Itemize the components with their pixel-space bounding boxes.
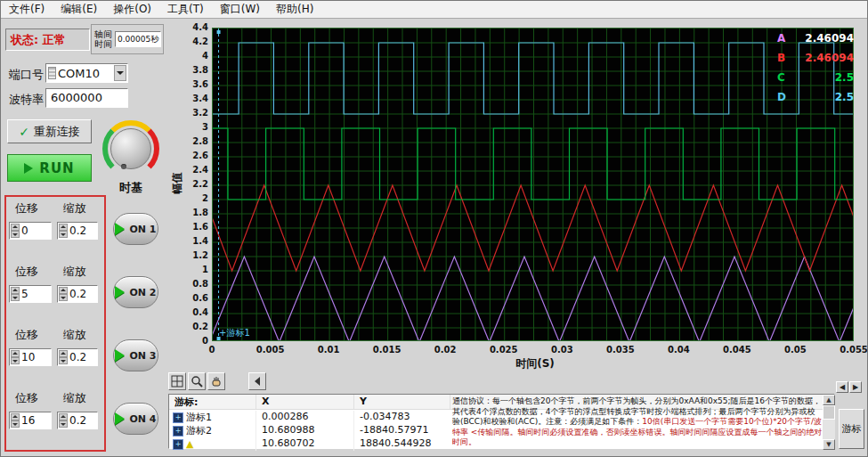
- visa-io-icon: [48, 67, 56, 79]
- scale-input-1[interactable]: 0.2: [57, 222, 98, 240]
- legend-scroll: ◀ ▶: [836, 381, 862, 393]
- cursor-panel-button[interactable]: 游标: [839, 409, 864, 449]
- chevron-down-icon[interactable]: [114, 65, 126, 81]
- play-icon: [24, 163, 33, 174]
- play-icon: [115, 412, 125, 425]
- spinner-icon[interactable]: [59, 413, 68, 428]
- protocol-scrollbar: ▲ ▼: [823, 395, 835, 450]
- scroll-down-button[interactable]: ▼: [823, 439, 835, 450]
- cursor-table-row[interactable]: + 游标2 10.680988 -18840.57971: [169, 424, 450, 437]
- play-icon: [115, 349, 125, 362]
- scale-input-2[interactable]: 0.2: [57, 285, 98, 303]
- cursor-table-row[interactable]: + ▲ 10.680702 18840.544928: [169, 437, 450, 451]
- scale-input-4[interactable]: 0.2: [57, 412, 98, 429]
- scale-label-1: 缩放: [63, 200, 86, 216]
- on-label-3: ON 3: [129, 350, 156, 362]
- y-tick-label: 4.2: [182, 37, 208, 46]
- series-D: [212, 43, 854, 114]
- x-tick-label: 0.025: [484, 345, 523, 355]
- on-button-4[interactable]: ON 4: [113, 403, 158, 435]
- spinner-icon[interactable]: [11, 350, 20, 364]
- spinner-icon[interactable]: [11, 287, 20, 301]
- legend-item-B[interactable]: B2.46094: [777, 49, 854, 67]
- on-button-3[interactable]: ON 3: [113, 339, 158, 371]
- knob-face[interactable]: [110, 128, 151, 169]
- run-button[interactable]: RUN: [7, 154, 92, 182]
- zoom-tool-button[interactable]: [188, 372, 206, 390]
- scale-input-3[interactable]: 0.2: [57, 348, 98, 366]
- scrollbar-thumb[interactable]: [823, 405, 835, 420]
- scale-label-4: 缩放: [63, 390, 86, 406]
- x-tick-label: 0: [192, 345, 231, 355]
- y-tick-label: 3.2: [182, 108, 208, 118]
- scale-value-4: 0.2: [69, 414, 86, 427]
- cursor-name: ▲: [186, 438, 193, 450]
- cursor-x-value: 0.000286: [256, 411, 354, 424]
- legend-series-value: 2.5: [835, 91, 854, 103]
- cursor-style-icon[interactable]: +: [173, 439, 183, 450]
- reconnect-button[interactable]: ✓ 重新连接: [7, 119, 92, 143]
- y-tick-label: 0.4: [182, 307, 208, 317]
- displacement-value-2: 5: [21, 288, 28, 300]
- y-tick-label: 4: [182, 51, 208, 61]
- y-tick-label: 2.6: [182, 151, 208, 160]
- spinner-icon[interactable]: [59, 224, 68, 238]
- displacement-input-3[interactable]: 10: [9, 348, 52, 366]
- legend-item-D[interactable]: D2.5: [777, 88, 854, 106]
- scale-value-2: 0.2: [69, 288, 86, 300]
- play-icon: [115, 286, 125, 298]
- protocol-note: 通信协议：每一个轴包含20个字节，前两个字节为帧头，分别为0xAA和0x55;随…: [452, 396, 823, 448]
- y-tick-label: 4.4: [182, 22, 208, 32]
- cursor-y-value: 18840.544928: [354, 437, 450, 451]
- cursor-style-icon[interactable]: +: [173, 426, 183, 437]
- reconnect-label: 重新连接: [34, 124, 80, 140]
- spinner-icon[interactable]: [59, 287, 68, 301]
- knob-indicator: [121, 164, 126, 169]
- y-tick-label: 1.6: [182, 222, 208, 232]
- displacement-input-4[interactable]: 16: [9, 412, 52, 429]
- y-tick-label: 0.6: [182, 293, 208, 303]
- legend-item-C[interactable]: C2.5: [777, 69, 854, 86]
- displacement-input-2[interactable]: 5: [9, 285, 52, 303]
- x-tick-label: 0.015: [368, 345, 407, 355]
- scroll-right-button[interactable]: ▶: [849, 381, 862, 393]
- play-icon: [115, 223, 125, 235]
- axis-time-input[interactable]: 0.00005秒: [115, 31, 161, 47]
- cursor-tool-button[interactable]: [168, 372, 186, 390]
- menu-item[interactable]: 帮助(H): [268, 0, 321, 19]
- y-tick-label: 3: [182, 122, 208, 132]
- scroll-left-button[interactable]: ◀: [836, 381, 848, 393]
- y-tick-label: 3.4: [182, 94, 208, 103]
- y-tick-label: 3.8: [182, 65, 208, 75]
- y-tick-label: 2.8: [182, 136, 208, 146]
- on-button-1[interactable]: ON 1: [113, 213, 158, 245]
- menu-item[interactable]: 窗口(W): [212, 0, 268, 19]
- spinner-icon[interactable]: [11, 413, 20, 428]
- pan-tool-button[interactable]: [207, 372, 225, 390]
- plot-cursor-label[interactable]: +游标1: [219, 327, 250, 339]
- menu-item[interactable]: 工具(T): [159, 0, 212, 19]
- cursor-style-icon[interactable]: +: [173, 412, 183, 423]
- baud-input[interactable]: 6000000: [45, 88, 128, 108]
- y-tick-label: 0.2: [182, 322, 208, 331]
- cursor-table-row[interactable]: + 游标1 0.000286 -0.034783: [169, 411, 450, 424]
- timebase-knob[interactable]: [100, 118, 162, 180]
- y-tick-label: 3.6: [182, 79, 208, 89]
- scroll-up-button[interactable]: ▲: [823, 395, 835, 405]
- on-button-2[interactable]: ON 2: [113, 276, 158, 308]
- spinner-icon[interactable]: [59, 350, 68, 364]
- scale-label-3: 缩放: [63, 327, 86, 343]
- port-combobox[interactable]: COM10: [45, 63, 128, 83]
- cursor-button-label: 游标: [842, 423, 862, 435]
- spinner-icon[interactable]: [11, 224, 20, 238]
- legend-item-A[interactable]: A2.46094: [777, 29, 854, 47]
- menu-item[interactable]: 编辑(E): [53, 0, 105, 19]
- y-tick-label: 1: [182, 265, 208, 274]
- displacement-input-1[interactable]: 0: [9, 222, 52, 240]
- cursor-x-value: 10.680702: [256, 437, 354, 451]
- menu-item[interactable]: 文件(F): [1, 0, 53, 19]
- menu-item[interactable]: 操作(O): [105, 0, 159, 19]
- graph-scroll-left-button[interactable]: [248, 372, 266, 390]
- waveform-plot[interactable]: [212, 28, 854, 341]
- scale-value-3: 0.2: [69, 351, 86, 363]
